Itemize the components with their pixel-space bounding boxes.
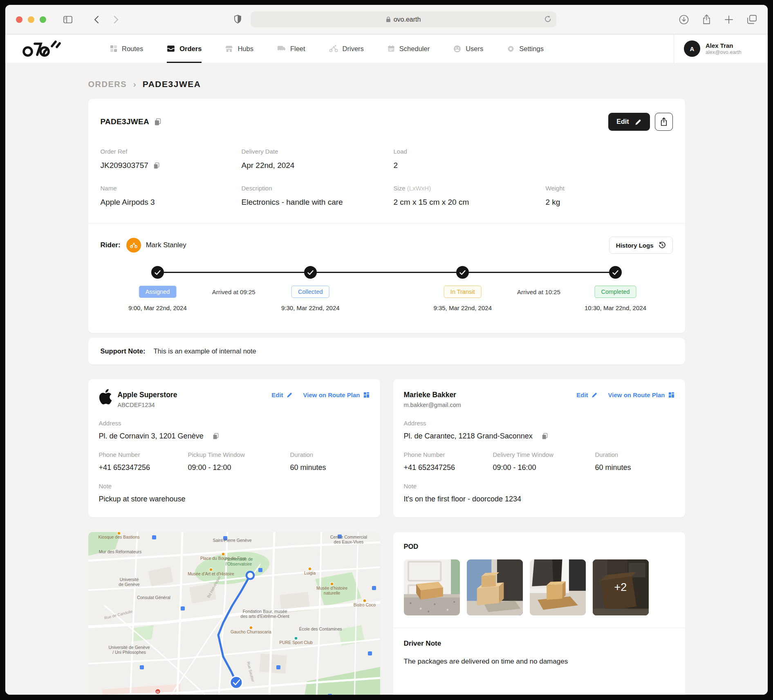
pod-photo-2[interactable] [467,559,523,615]
nav-label-fleet: Fleet [290,45,305,53]
user-menu[interactable]: A Alex Tran alex@ovo.earth [674,34,768,63]
copy-order-id-icon[interactable] [154,118,161,126]
edit-order-button[interactable]: Edit [608,113,650,131]
minimize-window-button[interactable] [28,16,34,23]
map-label: Musée d'histoire [316,586,347,590]
field-weight: Weight 2 kg [546,185,673,207]
pickup-time-window: Pickup Time Window 09:00 - 12:00 [188,451,290,472]
map-label: PURE Sport Club [279,640,313,645]
pencil-icon [592,392,598,398]
delivery-date-value: Apr 22nd, 2024 [242,161,394,170]
nav-items: Routes Orders Hubs Fleet Drivers Schedul… [110,34,544,63]
nav-item-users[interactable]: Users [453,34,483,63]
breadcrumb: ORDERS › PADE3JWEA [88,79,685,89]
nav-item-orders[interactable]: Orders [167,34,202,63]
pod-photo-4[interactable]: +2 [593,559,649,615]
map-label: Musée d'Art et d'Histoire [188,571,234,576]
rider-avatar [126,238,141,253]
rider-row: Rider: Mark Stanley History Logs [101,237,673,254]
route-end-marker[interactable] [230,676,242,689]
delivery-route-plan-label: View on Route Plan [608,391,665,398]
share-order-button[interactable] [655,113,673,131]
pickup-note-value: Pickup at store warehouse [99,495,370,503]
pickup-edit-label: Edit [271,391,283,398]
pickup-card: Apple Superstore ABCDEF1234 Edit View on… [88,379,380,517]
breadcrumb-chevron-icon: › [133,80,136,89]
copy-delivery-address-icon[interactable] [542,433,548,440]
privacy-shield-icon[interactable] [234,15,242,24]
address-bar[interactable]: ovo.earth [251,11,556,27]
new-tab-icon[interactable] [724,14,733,25]
route-start-marker[interactable] [246,572,254,579]
weight-value: 2 kg [546,198,673,207]
breadcrumb-current: PADE3JWEA [143,79,201,89]
browser-window: ovo.earth [5,5,768,695]
bicycle-icon [129,242,138,248]
pickup-address-label: Address [99,420,370,427]
timeline-node-assigned [151,266,164,279]
status-badge-assigned: Assigned [139,286,177,298]
pickup-phone: Phone Number +41 652347256 [99,451,188,472]
delivery-route-plan-link[interactable]: View on Route Plan [608,391,674,398]
pencil-icon [635,119,642,125]
route-plan-grid-icon [363,392,370,398]
tab-overview-icon[interactable] [747,14,757,25]
delivery-time-window: Delivery Time Window 09:00 - 16:00 [493,451,595,472]
ovo-logo[interactable] [22,34,61,63]
zoom-window-button[interactable] [40,16,46,23]
reload-icon[interactable] [544,15,551,23]
nav-item-drivers[interactable]: Drivers [329,34,364,63]
timeline-note: Arrived at 10:25 [517,286,560,295]
sidebar-toggle-icon[interactable] [63,16,72,23]
pickup-duration: Duration 60 minutes [290,451,370,472]
apple-logo-icon [99,389,112,405]
delivery-duration-value: 60 minutes [595,463,674,472]
delivery-note-label: Note [404,483,674,490]
downloads-icon[interactable] [679,14,689,25]
history-logs-button[interactable]: History Logs [609,237,673,254]
pod-photo-3[interactable] [530,559,586,615]
field-label: Size [394,185,406,192]
hubs-icon [225,45,233,53]
timeline-node-completed [609,266,622,279]
rider-name: Mark Stanley [146,241,186,249]
route-map[interactable]: H Kiosque des Bastions Mur des Réformate… [88,532,380,695]
copy-pickup-address-icon[interactable] [213,433,219,440]
fleet-icon [277,45,286,52]
map-label: Luigia [304,570,315,575]
field-size: Size (LxWxH) 2 cm x 15 cm x 20 cm [394,185,546,207]
close-window-button[interactable] [16,16,22,23]
delivery-edit-link[interactable]: Edit [576,391,597,398]
pickup-window-label: Pickup Time Window [188,451,290,458]
nav-item-fleet[interactable]: Fleet [277,34,305,63]
pod-divider [393,628,685,628]
nav-item-hubs[interactable]: Hubs [225,34,253,63]
pencil-icon [287,392,293,398]
map-label: Saint-Pierre Genève [213,538,251,543]
description-value: Electronics - handle with care [242,198,394,207]
pickup-route-plan-link[interactable]: View on Route Plan [303,391,370,398]
map-label: Bistro Coco [353,602,375,607]
app-navbar: Routes Orders Hubs Fleet Drivers Schedul… [5,34,768,63]
nav-item-scheduler[interactable]: Scheduler [388,34,430,63]
nav-item-settings[interactable]: Settings [507,34,544,63]
map-label: Promenade de [224,557,253,561]
field-label-suffix: (LxWxH) [407,185,431,192]
field-load: Load 2 [394,148,546,170]
scheduler-icon [388,45,395,52]
pod-photo-1[interactable] [404,559,460,615]
share-icon[interactable] [702,14,711,25]
back-button[interactable] [94,16,99,24]
copy-order-ref-icon[interactable] [153,162,159,169]
map-label: l'Observatoire [225,561,252,566]
timeline-date: 9:30, Mar 22nd, 2024 [281,304,340,311]
pickup-edit-link[interactable]: Edit [271,391,292,398]
breadcrumb-orders-link[interactable]: ORDERS [88,80,127,89]
field-description: Description Electronics - handle with ca… [242,185,394,207]
nav-item-routes[interactable]: Routes [110,34,143,63]
pod-more-overlay[interactable]: +2 [593,559,649,615]
timeline-event-arrived-2: Arrived at 10:25 [517,286,560,295]
pickup-window-value: 09:00 - 12:00 [188,463,290,472]
name-value: Apple Airpods 3 [101,198,242,207]
forward-button[interactable] [114,16,119,24]
